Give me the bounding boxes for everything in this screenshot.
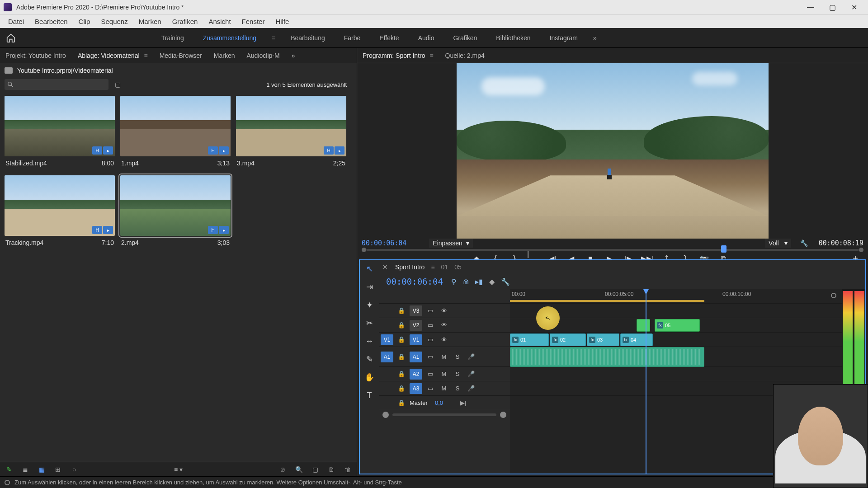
zoom-slider-icon[interactable]: ≡ ▾ <box>174 465 183 474</box>
sync-icon[interactable]: ▭ <box>425 369 436 380</box>
master-val[interactable]: 0,0 <box>435 399 458 406</box>
mute-button[interactable]: M <box>439 369 449 380</box>
clip-card[interactable]: H▸ 2.mp43;03 <box>120 175 231 249</box>
tab-bin[interactable]: Ablage: Videomaterial ≡ <box>76 49 150 62</box>
timeline-clip[interactable]: fx02 <box>550 333 586 346</box>
sync-icon[interactable]: ▭ <box>425 352 436 362</box>
menu-ansicht[interactable]: Ansicht <box>204 16 235 27</box>
workspace-training[interactable]: Training <box>153 32 192 44</box>
razor-tool[interactable]: ✂ <box>363 317 375 329</box>
lock-icon[interactable]: 🔒 <box>396 383 407 394</box>
workspace-grafiken[interactable]: Grafiken <box>445 32 485 44</box>
workspace-bibliotheken[interactable]: Bibliotheken <box>488 32 538 44</box>
fit-dropdown[interactable]: Einpassen ▾ <box>429 239 472 248</box>
settings-wrench-icon[interactable]: 🔧 <box>800 239 808 247</box>
workspace-farbe[interactable]: Farbe <box>336 32 369 44</box>
eye-icon[interactable]: 👁 <box>439 320 449 331</box>
workspace-effekte[interactable]: Effekte <box>371 32 407 44</box>
voice-record-icon[interactable]: 🎤 <box>466 383 476 394</box>
program-menu-icon[interactable]: ≡ <box>429 52 433 59</box>
lock-icon[interactable]: 🔒 <box>396 320 407 331</box>
pen-tool[interactable]: ✎ <box>363 353 375 365</box>
workspace-overflow-icon[interactable]: » <box>589 32 601 44</box>
icon-view-icon[interactable]: ▦ <box>37 465 46 474</box>
tab-media-browser[interactable]: Media-Browser <box>158 49 204 62</box>
seq-menu-icon[interactable]: ≡ <box>431 263 434 271</box>
playhead[interactable] <box>646 289 646 474</box>
new-item-icon[interactable]: 🗎 <box>327 465 336 474</box>
workspace-bearbeitung[interactable]: Bearbeitung <box>283 32 333 44</box>
menu-marken[interactable]: Marken <box>134 16 166 27</box>
sequence-tab[interactable]: Sport Intro <box>395 263 425 271</box>
settings-toggle-icon[interactable] <box>831 293 836 298</box>
solo-button[interactable]: S <box>452 369 463 380</box>
timeline-clip[interactable]: fx01 <box>510 333 549 346</box>
src-a1[interactable]: A1 <box>381 352 393 362</box>
track-select-tool[interactable]: ⇥ <box>363 281 375 293</box>
playhead-marker[interactable] <box>721 245 726 253</box>
work-area-bar[interactable] <box>510 300 704 302</box>
trash-icon[interactable]: 🗑 <box>343 465 352 474</box>
program-timecode[interactable]: 00:00:06:04 <box>362 239 406 247</box>
menu-grafiken[interactable]: Grafiken <box>168 16 203 27</box>
track-a2[interactable]: A2 <box>410 369 422 380</box>
lock-icon[interactable]: 🔒 <box>396 369 407 380</box>
insert-icon[interactable]: ▸▮ <box>475 277 483 286</box>
list-view-icon[interactable]: ≣ <box>21 465 30 474</box>
write-icon[interactable]: ✎ <box>5 465 14 474</box>
sync-icon[interactable]: ▭ <box>425 305 436 316</box>
timeline-clip[interactable] <box>637 319 650 332</box>
marker-tl-icon[interactable]: ◆ <box>489 277 495 286</box>
solo-button[interactable]: S <box>452 352 463 362</box>
menu-fenster[interactable]: Fenster <box>237 16 269 27</box>
tab-overflow-icon[interactable]: » <box>290 49 297 62</box>
menu-bearbeiten[interactable]: Bearbeiten <box>30 16 72 27</box>
workspace-menu-icon[interactable]: ≡ <box>267 32 280 44</box>
eye-icon[interactable]: 👁 <box>439 305 449 316</box>
tab-source[interactable]: Quelle: 2.mp4 <box>443 49 486 62</box>
scrub-start-handle[interactable] <box>362 248 366 252</box>
seq-tab-01[interactable]: 01 <box>441 263 448 271</box>
program-monitor[interactable] <box>457 63 769 239</box>
close-button[interactable]: ✕ <box>844 0 864 14</box>
zoom-track[interactable] <box>392 413 496 416</box>
settings-tl-icon[interactable]: 🔧 <box>501 277 510 286</box>
maximize-button[interactable]: ▢ <box>822 0 843 14</box>
workspace-zusammenstellung[interactable]: Zusammenstellung <box>195 32 264 44</box>
tab-markers[interactable]: Marken <box>212 49 237 62</box>
scrub-end-handle[interactable] <box>859 248 863 252</box>
search-input[interactable] <box>5 79 108 90</box>
ripple-tool[interactable]: ✦ <box>363 299 375 311</box>
lock-icon[interactable]: 🔒 <box>396 352 407 362</box>
track-v3[interactable]: V3 <box>410 305 422 316</box>
bin-icon[interactable] <box>5 67 13 74</box>
eye-icon[interactable]: 👁 <box>439 334 449 345</box>
track-a3[interactable]: A3 <box>410 383 422 394</box>
timeline-clip[interactable]: fx05 <box>655 319 700 332</box>
timeline-audio-clip[interactable] <box>510 347 704 367</box>
clip-card[interactable]: H▸ 1.mp43;13 <box>120 96 231 170</box>
clip-card[interactable]: H▸ 3.mp42;25 <box>236 96 346 170</box>
workspace-audio[interactable]: Audio <box>410 32 443 44</box>
track-v2[interactable]: V2 <box>410 320 422 331</box>
panel-menu-icon[interactable]: ≡ <box>142 52 148 59</box>
timeline-clip[interactable]: fx03 <box>587 333 619 346</box>
tab-project[interactable]: Projekt: Youtube Intro <box>4 49 68 62</box>
sort-icon[interactable]: ○ <box>70 465 79 474</box>
tab-audioclip[interactable]: Audioclip-M <box>245 49 281 62</box>
lock-icon[interactable]: 🔒 <box>396 398 407 408</box>
track-master[interactable]: Master <box>410 399 432 406</box>
voice-record-icon[interactable]: 🎤 <box>466 352 476 362</box>
zoom-handle-r[interactable] <box>500 412 506 418</box>
selection-tool[interactable]: ↖ <box>363 263 375 275</box>
home-icon[interactable] <box>5 32 17 44</box>
track-a1[interactable]: A1 <box>410 352 422 362</box>
menu-clip[interactable]: Clip <box>74 16 95 27</box>
link-icon[interactable]: ⋒ <box>463 277 469 286</box>
menu-datei[interactable]: Datei <box>4 16 28 27</box>
timeline-clip[interactable]: fx04 <box>620 333 653 346</box>
snap-icon[interactable]: ⚲ <box>451 277 457 286</box>
slip-tool[interactable]: ↔ <box>363 335 375 347</box>
lock-icon[interactable]: 🔒 <box>396 305 407 316</box>
new-bin-bottom-icon[interactable]: ▢ <box>311 465 320 474</box>
